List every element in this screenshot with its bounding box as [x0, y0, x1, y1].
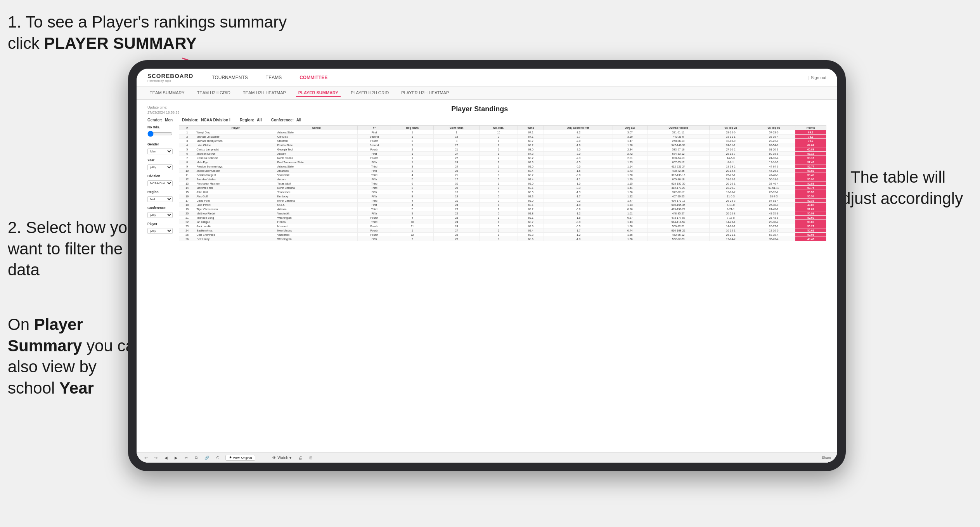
col-yr: Yr — [358, 126, 391, 130]
table-row: 2Michael Le SasseeOle MissSecond118067.1… — [179, 135, 826, 139]
table-row: 6Jackson KoivunAuburnFirst127167.3-2.02.… — [179, 152, 826, 156]
annotation-step3: 3. The table will adjust accordingly — [833, 167, 968, 209]
subnav-player-h2h-grid[interactable]: PLAYER H2H GRID — [348, 89, 391, 97]
year-select[interactable]: (All) First Second Third Fourth Fifth — [147, 164, 173, 170]
subnav-team-h2h-heatmap[interactable]: TEAM H2H HEATMAP — [241, 89, 288, 97]
table-row: 4Luke ClatonFlorida StateSecond127268.2-… — [179, 143, 826, 147]
player-standings-title: Player Standings — [180, 105, 780, 113]
gender-select[interactable]: Men Women — [147, 149, 173, 154]
region-select[interactable]: N/A All — [147, 196, 173, 202]
toolbar-copy[interactable]: ⧉ — [193, 454, 199, 461]
data-table-wrapper: # Player School Yr Reg Rank Conf Rank No… — [179, 125, 826, 241]
table-row: 14Maxwell FordNorth CarolinaThird323069.… — [179, 186, 826, 190]
region-filter-display: Region: All — [240, 118, 263, 122]
table-container: No Rds. Gender Men Women Year — [147, 125, 826, 241]
filter-group-region: Region N/A All — [147, 190, 173, 202]
nav-committee[interactable]: COMMITTEE — [296, 73, 331, 82]
subnav-team-h2h-grid[interactable]: TEAM H2H GRID — [195, 89, 233, 97]
division-filter-display: Division: NCAA Division I — [182, 118, 232, 122]
filter-group-division: Division NCAA Division I — [147, 174, 173, 186]
player-select[interactable]: (All) — [147, 228, 173, 234]
update-time: Update time: 27/03/2024 16:56:26 — [147, 105, 180, 115]
conference-label: Conference: — [271, 118, 294, 122]
toolbar-redo[interactable]: ↪ — [153, 455, 159, 461]
table-row: 17David FordNorth CarolinaThird421069.0-… — [179, 199, 826, 203]
watch-btn[interactable]: 👁 Watch ▾ — [271, 455, 293, 461]
nav-tournaments[interactable]: TOURNAMENTS — [209, 73, 251, 82]
toolbar-undo[interactable]: ↩ — [143, 455, 149, 461]
col-avg-sg: Avg SG — [613, 126, 648, 130]
table-row: 8Mats EgeEast Tennessee StateFifth124268… — [179, 160, 826, 164]
col-school: School — [276, 126, 357, 130]
table-row: 25Cole SherwoodVanderbiltFourth1223169.3… — [179, 233, 826, 237]
table-row: 15Jake HallTennesseeFifth718068.5-1.31.6… — [179, 190, 826, 194]
annotation-bottom-bold2: Year — [59, 379, 94, 397]
table-row: 13Phichaksn MaichonTexas A&MThird630169.… — [179, 181, 826, 186]
col-wins: Wins — [518, 126, 544, 130]
region-filter-label: Region — [147, 190, 173, 194]
col-vs-top25: Vs Top 25 — [709, 126, 752, 130]
conference-value: All — [296, 118, 301, 122]
gender-filter-display: Gender: Men — [147, 118, 174, 122]
col-no-rds: No. Rds. — [480, 126, 518, 130]
col-points: Points — [795, 126, 826, 130]
table-row: 26Petr HrubyWashingtonFifth725068.6-1.81… — [179, 237, 826, 241]
gender-label: Gender: — [147, 118, 162, 122]
col-player: Player — [195, 126, 276, 130]
annotation-bottom-text1: On — [8, 315, 34, 333]
col-conf-rank: Conf Rank — [434, 126, 480, 130]
region-value: All — [257, 118, 262, 122]
conference-select[interactable]: (All) — [147, 212, 173, 218]
filter-group-norounds: No Rds. — [147, 125, 173, 138]
toolbar-back[interactable]: ◀ — [163, 455, 169, 461]
logo-area: SCOREBOARD Powered by clipd — [147, 73, 193, 83]
toolbar-clock[interactable]: ⏱ — [215, 455, 222, 461]
conference-filter-label: Conference — [147, 206, 173, 210]
filter-group-gender: Gender Men Women — [147, 142, 173, 154]
tablet-device: SCOREBOARD Powered by clipd TOURNAMENTS … — [128, 60, 846, 471]
table-row: 20Matthew RiedelVanderbiltFifth922069.8-… — [179, 211, 826, 216]
table-row: 21Taehoon SongWashingtonFourth423169.1-1… — [179, 216, 826, 220]
table-header-row: # Player School Yr Reg Rank Conf Rank No… — [179, 126, 826, 130]
annotation-step3-text: 3. The table will adjust accordingly — [833, 168, 963, 207]
content-inner: Update time: 27/03/2024 16:56:26 Player … — [137, 100, 837, 452]
table-row: 16Alex GoffKentuckyFifth819068.3-1.71.92… — [179, 194, 826, 199]
subnav-team-summary[interactable]: TEAM SUMMARY — [147, 89, 187, 97]
col-adj-score: Adj. Score to Par — [544, 126, 613, 130]
table-row: 12Brendan ValdesAuburnFifth517068.4-1.11… — [179, 177, 826, 181]
conference-filter-display: Conference: All — [271, 118, 303, 122]
toolbar-link[interactable]: 🔗 — [203, 455, 211, 461]
table-row: 18Luke PowellUCLAFirst424169.1-1.81.1350… — [179, 203, 826, 207]
bottom-toolbar: ↩ ↪ ◀ ▶ ✂ ⧉ 🔗 ⏱ 👁 View: Original 👁 Watch… — [137, 452, 837, 463]
table-row: 3Michael ThorbjornsenStanfordFourth28168… — [179, 139, 826, 143]
filter-group-player: Player (All) — [147, 222, 173, 234]
filter-group-conference: Conference (All) — [147, 206, 173, 218]
division-select[interactable]: NCAA Division I — [147, 180, 173, 186]
subnav-player-h2h-heatmap[interactable]: PLAYER H2H HEATMAP — [399, 89, 451, 97]
gender-filter-label: Gender — [147, 142, 173, 146]
annotation-step2: 2. Select how you want to filter the dat… — [8, 217, 140, 281]
logo-text: SCOREBOARD — [147, 73, 193, 79]
left-filters-panel: No Rds. Gender Men Women Year — [147, 125, 173, 241]
toolbar-cut[interactable]: ✂ — [183, 455, 189, 461]
table-row: 5Christo LamprechtGeorgia TechFourth2212… — [179, 147, 826, 152]
year-filter-label: Year — [147, 158, 173, 162]
toolbar-icon1[interactable]: 🖨 — [297, 455, 304, 461]
norounds-slider[interactable] — [147, 131, 173, 137]
logo-sub: Powered by clipd — [147, 79, 193, 83]
toolbar-forward[interactable]: ▶ — [173, 455, 179, 461]
division-value: NCAA Division I — [201, 118, 230, 122]
view-original-btn[interactable]: 👁 View: Original — [225, 455, 255, 461]
nav-right: | Sign out — [809, 75, 826, 80]
sub-nav: TEAM SUMMARY TEAM H2H GRID TEAM H2H HEAT… — [137, 87, 837, 100]
filter-group-year: Year (All) First Second Third Fourth Fif… — [147, 158, 173, 170]
sign-out-link[interactable]: Sign out — [811, 75, 826, 80]
subnav-player-summary[interactable]: PLAYER SUMMARY — [296, 89, 341, 97]
table-row: 19Tiger ChristensenArizonaThird523269.2-… — [179, 207, 826, 211]
gender-value: Men — [165, 118, 173, 122]
annotation-bottom: On Player Summary you can also view by s… — [8, 314, 147, 399]
toolbar-icon2[interactable]: ⊞ — [308, 455, 314, 461]
share-btn[interactable]: Share — [822, 456, 831, 460]
nav-teams[interactable]: TEAMS — [263, 73, 285, 82]
player-filter-label: Player — [147, 222, 173, 226]
